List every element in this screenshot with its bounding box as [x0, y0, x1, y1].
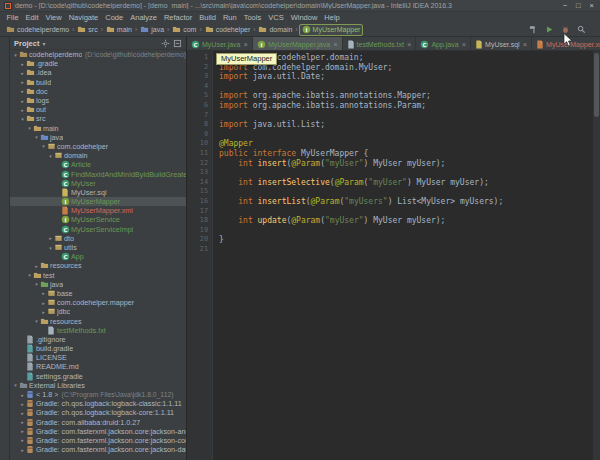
tree-item-base[interactable]: ▸base — [10, 289, 186, 298]
close-tab-icon[interactable]: × — [333, 40, 337, 49]
scrollbar-thumb[interactable] — [594, 53, 599, 117]
expand-arrow-icon[interactable]: ▸ — [19, 107, 26, 113]
code-area[interactable]: package com.codehelper.domain;import com… — [213, 51, 600, 460]
breadcrumb-item-myusermapper[interactable]: IMyUserMapper — [299, 24, 364, 36]
breadcrumb-item-java[interactable]: java — [138, 24, 166, 36]
expand-arrow-icon[interactable]: ▸ — [19, 79, 26, 85]
collapse-arrow-icon[interactable]: ▾ — [40, 143, 47, 149]
tree-item-build[interactable]: ▸build — [10, 78, 186, 87]
menu-code[interactable]: Code — [102, 13, 127, 22]
tree-item-external-libraries[interactable]: ▾External Libraries — [10, 381, 186, 390]
collapse-arrow-icon[interactable]: ▾ — [47, 245, 54, 251]
run-icon[interactable] — [545, 25, 554, 34]
tree-item-gradle-com.fasterxml.jackson.core-jackson-databind-2.8.4[interactable]: ▸Gradle: com.fasterxml.jackson.core:jack… — [10, 445, 186, 454]
menu-build[interactable]: Build — [196, 13, 220, 22]
tab-myusermapper.java[interactable]: IMyUserMapper.java× — [253, 37, 343, 51]
expand-arrow-icon[interactable]: ▸ — [19, 437, 26, 443]
tree-item-domain[interactable]: ▾domain — [10, 151, 186, 160]
tree-item-myuser[interactable]: CMyUser — [10, 179, 186, 188]
expand-arrow-icon[interactable]: ▸ — [19, 419, 26, 425]
tree-item-codehelperdemo-demo[interactable]: ▾codehelperdemo [demo](D:\code\github\co… — [10, 50, 186, 59]
tree-item-doc[interactable]: ▸doc — [10, 87, 186, 96]
tree-item-1.8[interactable]: ▸< 1.8 >(C:\Program Files\Java\jdk1.8.0_… — [10, 390, 186, 399]
tree-item-app[interactable]: CApp — [10, 252, 186, 261]
menu-refactor[interactable]: Refactor — [160, 13, 195, 22]
expand-arrow-icon[interactable]: ▸ — [19, 428, 26, 434]
tree-item-.gitignore[interactable]: .gitignore — [10, 335, 186, 344]
expand-arrow-icon[interactable]: ▸ — [33, 263, 40, 269]
expand-arrow-icon[interactable]: ▸ — [47, 235, 54, 241]
menu-analyze[interactable]: Analyze — [127, 13, 161, 22]
tree-item-resources[interactable]: ▸resources — [10, 261, 186, 270]
collapse-arrow-icon[interactable]: ▾ — [33, 318, 40, 324]
tree-item-utils[interactable]: ▾utils — [10, 243, 186, 252]
tree-item-license[interactable]: LICENSE — [10, 353, 186, 362]
tree-item-dto[interactable]: ▸dto — [10, 234, 186, 243]
expand-arrow-icon[interactable]: ▸ — [19, 88, 26, 94]
tree-item-gradle-com.fasterxml.jackson.core-jackson-core-2.8.4[interactable]: ▸Gradle: com.fasterxml.jackson.core:jack… — [10, 436, 186, 445]
tree-item-build.gradle[interactable]: build.gradle — [10, 344, 186, 353]
expand-arrow-icon[interactable]: ▸ — [40, 300, 47, 306]
close-button[interactable]: × — [590, 1, 594, 10]
tree-item-testmethods.txt[interactable]: testMethods.txt — [10, 326, 186, 335]
expand-arrow-icon[interactable]: ▸ — [19, 98, 26, 104]
tree-item-com.codehelper.mapper[interactable]: ▸com.codehelper.mapper — [10, 298, 186, 307]
menu-run[interactable]: Run — [219, 13, 240, 22]
close-tab-icon[interactable]: × — [462, 40, 466, 49]
tree-item-test[interactable]: ▾test — [10, 271, 186, 280]
menu-view[interactable]: View — [42, 13, 65, 22]
tree-item-gradle-ch.qos.logback-logback-core-1.1.11[interactable]: ▸Gradle: ch.qos.logback:logback-core:1.1… — [10, 408, 186, 417]
search-icon[interactable] — [577, 25, 586, 34]
collapse-arrow-icon[interactable]: ▾ — [26, 125, 33, 131]
tab-myuser.sql[interactable]: MyUser.sql× — [471, 37, 532, 51]
tree-item-resources[interactable]: ▾resources — [10, 316, 186, 325]
tree-item-myusermapper[interactable]: IMyUserMapper — [10, 197, 186, 206]
close-tab-icon[interactable]: × — [244, 40, 248, 49]
tree-item-gradle-com.alibaba-druid-1.0.27[interactable]: ▸Gradle: com.alibaba:druid:1.0.27 — [10, 418, 186, 427]
expand-arrow-icon[interactable]: ▸ — [19, 447, 26, 453]
expand-arrow-icon[interactable]: ▸ — [19, 70, 26, 76]
editor-scrollbar[interactable] — [593, 51, 600, 460]
breadcrumb-item-domain[interactable]: domain — [256, 24, 294, 36]
tree-item-.gradle[interactable]: ▸.gradle — [10, 59, 186, 68]
expand-arrow-icon[interactable]: ▸ — [19, 61, 26, 67]
collapse-arrow-icon[interactable]: ▾ — [47, 153, 54, 159]
tab-myuser.java[interactable]: CMyUser.java× — [187, 37, 253, 51]
expand-arrow-icon[interactable]: ▸ — [19, 392, 26, 398]
editor-body[interactable]: 123456789101112131415161718192021 packag… — [187, 51, 600, 460]
menu-edit[interactable]: Edit — [22, 13, 42, 22]
menu-file[interactable]: File — [3, 13, 22, 22]
collapse-arrow-icon[interactable]: ▾ — [12, 52, 19, 58]
breadcrumb-item-main[interactable]: main — [104, 24, 134, 36]
tree-item-.idea[interactable]: ▸.idea — [10, 68, 186, 77]
chevron-down-icon[interactable]: ▾ — [42, 40, 45, 47]
tree-item-readme.md[interactable]: README.md — [10, 362, 186, 371]
close-tab-icon[interactable]: × — [523, 40, 527, 49]
breadcrumb-item-com[interactable]: com — [170, 24, 198, 36]
tree-item-java[interactable]: ▾java — [10, 280, 186, 289]
expand-arrow-icon[interactable]: ▸ — [40, 309, 47, 315]
tree-item-settings.gradle[interactable]: settings.gradle — [10, 372, 186, 381]
collapse-all-icon[interactable] — [173, 39, 182, 48]
collapse-arrow-icon[interactable]: ▾ — [33, 134, 40, 140]
expand-arrow-icon[interactable]: ▸ — [40, 290, 47, 296]
tab-testmethods.txt[interactable]: testMethods.txt× — [343, 37, 417, 51]
collapse-arrow-icon[interactable]: ▾ — [33, 281, 40, 287]
expand-arrow-icon[interactable]: ▸ — [19, 410, 26, 416]
build-hammer-icon[interactable] — [529, 25, 538, 34]
menu-vcs[interactable]: VCS — [265, 13, 287, 22]
tree-item-gradle-com.fasterxml.jackson.core-jackson-annotations-2.8.0[interactable]: ▸Gradle: com.fasterxml.jackson.core:jack… — [10, 427, 186, 436]
tree-item-myuserservice[interactable]: IMyUserService — [10, 215, 186, 224]
breadcrumb-item-codehelperdemo[interactable]: codehelperdemo — [4, 24, 71, 36]
tree-item-java[interactable]: ▾java — [10, 133, 186, 142]
collapse-arrow-icon[interactable]: ▾ — [12, 382, 19, 388]
menu-help[interactable]: Help — [321, 13, 343, 22]
settings-gear-icon[interactable] — [161, 39, 170, 48]
tree-item-myuser.sql[interactable]: MyUser.sql — [10, 188, 186, 197]
tab-myusermapper.xml[interactable]: MyUserMapper.xml× — [532, 37, 600, 51]
close-tab-icon[interactable]: × — [407, 40, 411, 49]
tree-item-myusermapper.xml[interactable]: MyUserMapper.xml — [10, 206, 186, 215]
tree-item-logs[interactable]: ▸logs — [10, 96, 186, 105]
tree-item-findmaxidandminidbyidbuildgreaterthanresult[interactable]: CFindMaxIdAndMinIdByIdBuildGreaterThanRe… — [10, 169, 186, 178]
menu-tools[interactable]: Tools — [240, 13, 265, 22]
